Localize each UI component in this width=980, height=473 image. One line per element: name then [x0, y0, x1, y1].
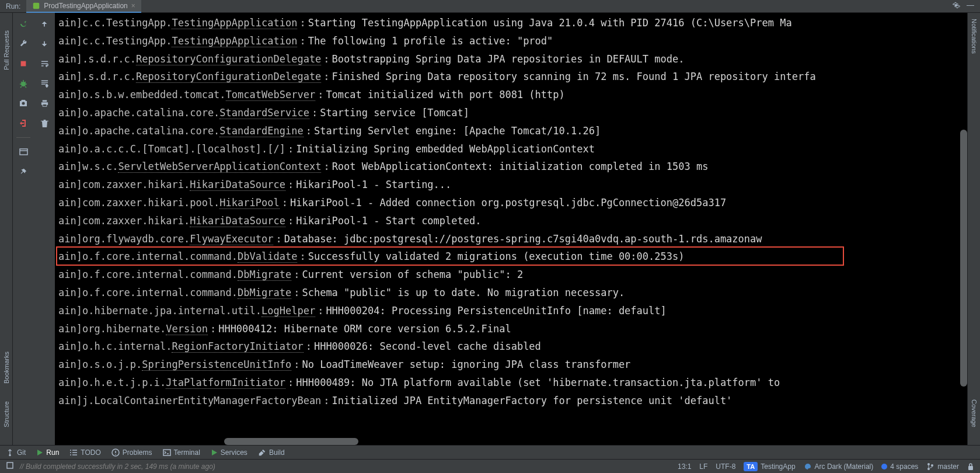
log-line: ain] o.h.e.t.j.p.i.JtaPlatformInitiator … [55, 374, 967, 392]
log-line: ain] w.s.c.ServletWebServerApplicationCo… [55, 158, 967, 176]
svg-rect-10 [7, 462, 13, 468]
scroll-end-button[interactable] [37, 76, 52, 91]
todo-tool-button[interactable]: TODO [69, 448, 100, 457]
project-widget[interactable]: TA TestingApp [744, 462, 795, 471]
wrench-button[interactable] [16, 36, 31, 51]
log-line: ain] o.f.core.internal.command.DbMigrate… [55, 266, 967, 284]
dot-icon [881, 464, 887, 469]
log-line: ain] .s.d.r.c.RepositoryConfigurationDel… [55, 50, 967, 68]
svg-rect-6 [43, 105, 46, 106]
git-tool-button[interactable]: Git [6, 448, 26, 457]
stop-button[interactable] [16, 56, 31, 71]
terminal-tool-button[interactable]: Terminal [163, 448, 200, 457]
log-line: ain] org.hibernate.Version :HHH000412: H… [55, 320, 967, 338]
svg-rect-9 [163, 450, 170, 455]
svg-point-11 [927, 463, 930, 465]
cursor-position[interactable]: 13:1 [678, 462, 691, 471]
log-line: ain] com.zaxxer.hikari.pool.HikariPool :… [55, 194, 967, 212]
pull-requests-label: Pull Requests [3, 30, 10, 70]
problems-label: Problems [123, 448, 152, 457]
run-tool-button[interactable]: Run [36, 448, 59, 457]
vertical-scrollbar[interactable] [960, 130, 967, 387]
svg-point-13 [931, 464, 933, 467]
sidebar-pull-requests[interactable]: Pull Requests [3, 30, 10, 70]
coverage-label: Coverage [971, 399, 978, 427]
exit-button[interactable] [16, 116, 31, 131]
log-line: ain] o.h.c.internal.RegionFactoryInitiat… [55, 338, 967, 356]
console-output[interactable]: ain] c.c.TestingApp.TestingAppApplicatio… [55, 13, 967, 445]
svg-rect-1 [21, 61, 26, 67]
run-label: Run [46, 448, 59, 457]
run-config-tab[interactable]: ProdTestingAppApplication × [26, 0, 141, 13]
pin-button[interactable] [16, 164, 31, 179]
sidebar-coverage[interactable]: Coverage [971, 399, 978, 427]
log-line: ain] o.s.b.w.embedded.tomcat.TomcatWebSe… [55, 86, 967, 104]
svg-rect-14 [968, 466, 973, 470]
ta-badge: TA [744, 462, 758, 471]
log-line: ain] .s.d.r.c.RepositoryConfigurationDel… [55, 68, 967, 86]
branch-label: master [937, 462, 959, 471]
terminal-label: Terminal [174, 448, 200, 457]
left-sidebar: Pull Requests Bookmarks Structure [0, 13, 13, 445]
tab-label: ProdTestingAppApplication [44, 2, 127, 10]
svg-point-7 [9, 454, 11, 456]
horizontal-scrollbar[interactable] [224, 438, 358, 445]
camera-button[interactable] [16, 96, 31, 111]
log-line: ain] com.zaxxer.hikari.HikariDataSource … [55, 212, 967, 230]
build-tool-button[interactable]: Build [258, 448, 285, 457]
git-branch-widget[interactable]: master [926, 462, 959, 471]
clear-button[interactable] [37, 116, 52, 131]
right-sidebar: Notifications Coverage [967, 13, 980, 445]
problems-tool-button[interactable]: Problems [111, 448, 152, 457]
line-separator[interactable]: LF [699, 462, 707, 471]
sidebar-bookmarks[interactable]: Bookmarks [3, 352, 10, 384]
structure-label: Structure [3, 401, 10, 427]
run-label: Run: [0, 2, 26, 11]
lock-icon[interactable] [967, 462, 974, 471]
theme-label: Arc Dark (Material) [815, 462, 874, 471]
services-label: Services [221, 448, 247, 457]
soft-wrap-button[interactable] [37, 56, 52, 71]
gear-icon[interactable] [951, 1, 961, 12]
file-encoding[interactable]: UTF-8 [716, 462, 735, 471]
build-label: Build [269, 448, 285, 457]
debug-button[interactable] [16, 76, 31, 91]
log-line: ain] o.apache.catalina.core.StandardServ… [55, 104, 967, 122]
build-status-message: // Build completed successfully in 2 sec… [20, 462, 215, 471]
log-line: ain] o.hibernate.jpa.internal.util.LogHe… [55, 302, 967, 320]
log-line: ain] o.s.o.j.p.SpringPersistenceUnitInfo… [55, 356, 967, 374]
bookmarks-label: Bookmarks [3, 352, 10, 384]
down-button[interactable] [37, 36, 52, 51]
sidebar-structure[interactable]: Structure [3, 401, 10, 427]
highlight-box [56, 246, 844, 266]
project-name: TestingApp [761, 462, 795, 471]
svg-point-12 [927, 468, 930, 470]
sidebar-notifications[interactable]: Notifications [971, 19, 978, 54]
status-icon [6, 461, 14, 471]
git-label: Git [17, 448, 26, 457]
theme-widget[interactable]: Arc Dark (Material) [804, 462, 874, 471]
separator [16, 137, 30, 138]
services-tool-button[interactable]: Services [211, 448, 247, 457]
rerun-button[interactable] [16, 16, 31, 32]
svg-rect-4 [20, 149, 27, 155]
todo-label: TODO [81, 448, 100, 457]
run-toolbar-col1 [13, 13, 34, 445]
close-icon[interactable]: × [131, 2, 135, 10]
spring-boot-icon [32, 2, 40, 10]
svg-rect-0 [33, 2, 40, 9]
print-button[interactable] [37, 96, 52, 111]
top-bar: Run: ProdTestingAppApplication × — [0, 0, 980, 13]
layout-button[interactable] [16, 144, 31, 159]
up-button[interactable] [37, 16, 52, 32]
log-line: ain] c.c.TestingApp.TestingAppApplicatio… [55, 32, 967, 50]
log-line: ain] o.a.c.c.C.[Tomcat].[localhost].[/] … [55, 140, 967, 158]
indent-widget[interactable]: 4 spaces [881, 462, 918, 471]
minimize-icon[interactable]: — [967, 1, 974, 12]
svg-point-3 [22, 102, 25, 105]
notifications-label: Notifications [971, 19, 978, 54]
log-line: ain] j.LocalContainerEntityManagerFactor… [55, 392, 967, 410]
log-line: ain] o.f.core.internal.command.DbMigrate… [55, 284, 967, 302]
log-line: ain] c.c.TestingApp.TestingAppApplicatio… [55, 14, 967, 32]
main-area: Pull Requests Bookmarks Structure ain] c… [0, 13, 980, 445]
